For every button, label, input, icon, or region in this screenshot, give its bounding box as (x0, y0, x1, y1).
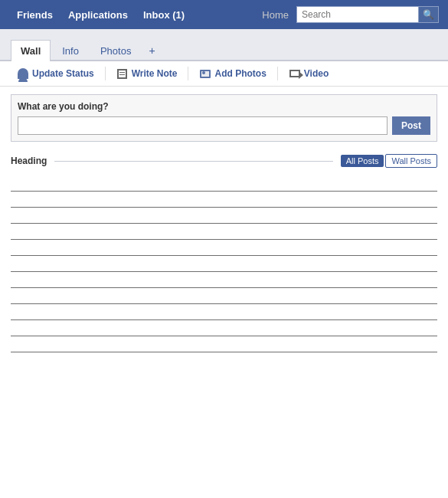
add-photos-action[interactable]: Add Photos (193, 66, 272, 81)
tab-info[interactable]: Info (52, 40, 89, 61)
content-line (11, 255, 437, 256)
content-line (11, 239, 437, 240)
write-note-action[interactable]: Write Note (110, 66, 184, 81)
status-input-row: Post (18, 116, 430, 135)
content-lines (0, 172, 448, 371)
friends-link[interactable]: Friends (9, 9, 60, 21)
photo-icon (199, 67, 211, 80)
tab-wall[interactable]: Wall (11, 40, 51, 61)
content-line (11, 303, 437, 304)
action-sep-1 (105, 67, 106, 80)
video-label: Video (304, 68, 329, 79)
note-icon (116, 67, 129, 80)
search-input[interactable] (296, 6, 419, 23)
status-text-input[interactable] (18, 116, 388, 135)
content-line (11, 271, 437, 272)
navbar: Friends Applications Inbox (1) Home 🔍 (0, 0, 448, 29)
tab-photos[interactable]: Photos (90, 40, 141, 61)
tabs-row: Wall Info Photos + (0, 29, 448, 61)
all-posts-button[interactable]: All Posts (341, 155, 384, 167)
applications-link[interactable]: Applications (60, 9, 136, 21)
posts-heading-label: Heading (11, 156, 47, 166)
wall-posts-button[interactable]: Wall Posts (385, 154, 437, 168)
update-status-action[interactable]: Update Status (11, 66, 100, 81)
action-sep-2 (188, 67, 188, 80)
status-box: What are you doing? Post (11, 94, 437, 142)
content-line (11, 207, 437, 208)
action-bar: Update Status Write Note Add Photos Vide… (0, 61, 448, 87)
posts-heading-row: Heading All Posts Wall Posts (0, 149, 448, 172)
posts-heading-line (54, 161, 332, 162)
content-line (11, 287, 437, 288)
inbox-link[interactable]: Inbox (1) (136, 9, 192, 21)
search-button[interactable]: 🔍 (419, 6, 439, 23)
status-prompt: What are you doing? (18, 101, 430, 112)
search-icon: 🔍 (423, 9, 434, 20)
content-line (11, 191, 437, 192)
home-link[interactable]: Home (254, 9, 296, 21)
write-note-label: Write Note (132, 68, 178, 79)
update-status-label: Update Status (32, 68, 94, 79)
content-line (11, 223, 437, 224)
post-button[interactable]: Post (392, 116, 430, 135)
user-icon (17, 67, 29, 80)
video-icon (289, 67, 301, 80)
add-photos-label: Add Photos (214, 68, 266, 79)
content-line (11, 336, 437, 336)
content-line (11, 319, 437, 320)
video-action[interactable]: Video (283, 66, 335, 81)
content-line (11, 352, 437, 352)
search-container: 🔍 (296, 6, 439, 23)
tab-add[interactable]: + (142, 40, 161, 61)
action-sep-3 (277, 67, 278, 80)
